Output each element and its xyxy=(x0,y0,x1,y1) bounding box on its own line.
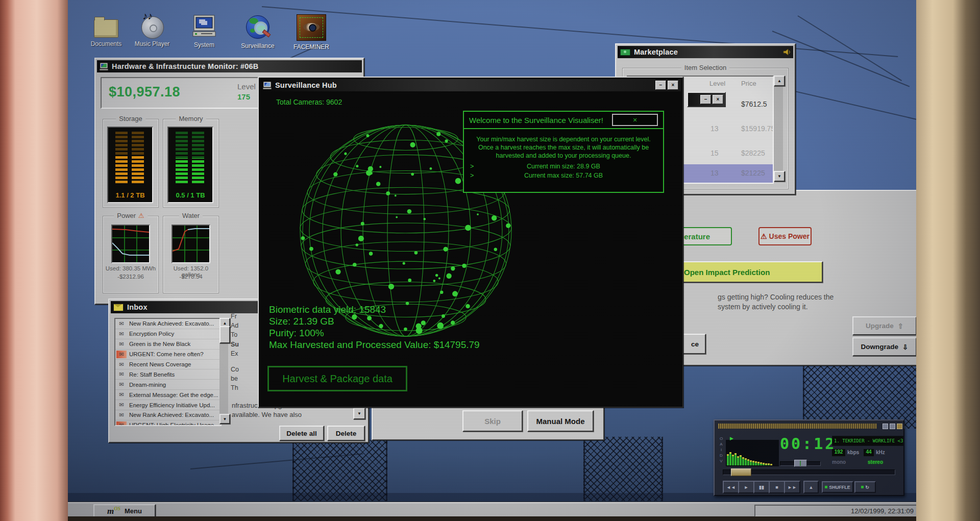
spectrum-bar xyxy=(747,459,749,465)
dropdown-button[interactable]: ▼ xyxy=(353,408,365,419)
chevron: > xyxy=(470,172,474,179)
pause-button[interactable]: ▮▮ xyxy=(753,481,770,493)
cooling-text-line: system by actively cooling it. xyxy=(718,303,808,311)
clutterbar[interactable]: O A I D V xyxy=(719,436,724,464)
play-button[interactable]: ► xyxy=(738,481,754,493)
desktop-icon-music-player[interactable]: ♪♪ Music Player xyxy=(129,14,175,47)
time-display[interactable]: 00:12 xyxy=(780,435,827,453)
inbox-message-row[interactable]: ✉Dream-mining xyxy=(115,380,220,390)
inbox-message-row[interactable]: ✉URGENT: High Electricity Usage xyxy=(115,420,220,426)
desktop-icon-documents[interactable]: Documents xyxy=(83,14,129,47)
spectrum-bar xyxy=(740,455,742,465)
repeat-button[interactable]: ↻ xyxy=(854,481,876,493)
close-button[interactable]: × xyxy=(668,81,678,90)
memory-value: 0.5 / 1 TB xyxy=(168,191,212,199)
minimize-button[interactable]: – xyxy=(700,95,711,104)
dialog-close-button[interactable]: ✕ xyxy=(612,114,658,126)
envelope-icon: ✉ xyxy=(116,391,127,399)
max-size-row: > Current max size: 57.74 GB xyxy=(464,172,663,179)
welcome-dialog: Welcome to the Surveillance Visualiser! … xyxy=(463,111,664,193)
taskbar-clock[interactable]: 12/02/1999, 22:31:09 xyxy=(754,505,922,517)
mono-indicator: mono xyxy=(832,459,846,465)
inbox-message-row[interactable]: ✉Encryption Policy xyxy=(115,329,220,339)
scroll-down-button[interactable]: ▼ xyxy=(774,171,785,182)
upgrade-button[interactable]: Upgrade⇧ xyxy=(852,316,917,335)
hardware-titlebar[interactable]: Hardware & Infrastructure Monitor: #06B xyxy=(97,60,362,72)
welcome-dialog-body: Your min/max harvest size is dependent o… xyxy=(464,135,663,160)
spectrum-bar xyxy=(727,454,729,465)
menu-button[interactable]: mOS Menu xyxy=(93,504,156,518)
message-body-line: available. We have also xyxy=(232,411,302,418)
storage-group: Storage 1.1 / 2 TB xyxy=(103,119,159,208)
level-label: Level xyxy=(237,82,256,91)
message-subject: Dream-mining xyxy=(129,382,166,388)
envelope-icon xyxy=(113,304,124,311)
stat-size: Size: 21.39 GB xyxy=(269,315,480,327)
stat-purity: Purity: 100% xyxy=(269,327,480,339)
inbox-message-row[interactable]: ✉External Message: Get the edge... xyxy=(115,390,220,400)
inbox-scrollbar[interactable]: ▲ ▼ xyxy=(219,318,228,424)
powerline-cable xyxy=(262,6,898,57)
inbox-message-row[interactable]: ✉URGENT: Come here often? xyxy=(115,350,220,360)
surveillance-title: Surveillance Hub xyxy=(275,81,337,89)
envelope-icon: ✉ xyxy=(116,370,127,378)
down-arrow-icon: ⇩ xyxy=(902,343,908,351)
desktop-icon-surveillance[interactable]: Surveillance xyxy=(235,14,281,49)
player-shade-button[interactable] xyxy=(890,424,895,429)
delete-all-button[interactable]: Delete all xyxy=(279,426,324,441)
close-button[interactable]: × xyxy=(713,95,723,104)
eject-button[interactable]: ▲ xyxy=(803,481,819,493)
player-titlebar-buttons xyxy=(877,424,904,429)
volume-thumb[interactable] xyxy=(794,460,807,467)
spectrum-bar xyxy=(755,461,757,465)
track-title[interactable]: 1. TEKRIDER - WORKLIFE <3:48> xyxy=(832,436,903,446)
harvest-package-button[interactable]: Harvest & Package data xyxy=(267,366,407,391)
power-label: Power xyxy=(117,212,136,219)
inbox-message-row[interactable]: ✉Energy Efficiency Initiative Upd... xyxy=(115,400,220,410)
message-subject: Encryption Policy xyxy=(129,331,174,337)
inbox-message-row[interactable]: ✉New Rank Achieved: Excavato... xyxy=(115,319,220,329)
stat-yield: Biometric data yield: 15843 xyxy=(269,304,480,315)
player-titlebar[interactable] xyxy=(718,424,900,429)
desktop-icon-system[interactable]: System xyxy=(181,14,227,48)
inbox-message-row[interactable]: ✉Green is the New Black xyxy=(115,339,220,350)
shuffle-indicator xyxy=(825,486,827,488)
speaker-icon[interactable] xyxy=(783,48,791,56)
monitor-bezel-bottom xyxy=(68,516,916,521)
power-used: Used: 380.35 MWh xyxy=(103,265,158,271)
marketplace-titlebar[interactable]: Marketplace xyxy=(618,46,793,58)
play-state-icon: ▶ xyxy=(730,436,733,441)
message-subject: Green is the New Black xyxy=(129,341,190,347)
spectrum-bar xyxy=(752,461,754,465)
scroll-up-button[interactable]: ▲ xyxy=(774,76,785,86)
envelope-icon: ✉ xyxy=(116,340,127,348)
downgrade-button[interactable]: Downgrade⇩ xyxy=(852,337,917,356)
spectrum-bar xyxy=(765,463,767,465)
prev-button[interactable]: ◄◄ xyxy=(723,481,739,493)
player-minimize-button[interactable] xyxy=(883,424,888,429)
crt-screen: Documents ♪♪ Music Player System xyxy=(0,0,980,521)
shuffle-button[interactable]: SHUFFLE xyxy=(822,481,853,493)
desktop-icon-faceminer[interactable]: FACEMINER xyxy=(288,14,334,51)
next-button[interactable]: ►► xyxy=(784,481,800,493)
player-close-button[interactable] xyxy=(897,424,902,429)
minimize-button[interactable]: – xyxy=(655,81,666,90)
delete-button[interactable]: Delete xyxy=(327,426,365,441)
water-cost: -$278.54 xyxy=(163,274,218,280)
water-group: Water Used: 1352.0 gallons -$278.54 xyxy=(163,216,219,293)
inbox-message-row[interactable]: ✉Recent News Coverage xyxy=(115,360,220,370)
spectrum-bar xyxy=(732,455,734,465)
seek-handle[interactable] xyxy=(731,468,751,476)
open-impact-prediction-button[interactable]: Open Impact Prediction xyxy=(659,261,823,283)
pylon-silhouette xyxy=(583,437,663,501)
pylon-silhouette xyxy=(803,357,923,429)
surveillance-titlebar[interactable]: Surveillance Hub – × xyxy=(260,79,681,91)
scroll-thumb[interactable] xyxy=(219,326,230,343)
market-scrollbar[interactable]: ▲ ▼ xyxy=(774,76,783,182)
skip-button[interactable]: Skip xyxy=(462,410,523,432)
inbox-message-row[interactable]: ✉Re: Staff Benefits xyxy=(115,369,220,380)
scroll-down-button[interactable]: ▼ xyxy=(219,414,230,424)
manual-mode-button[interactable]: Manual Mode xyxy=(527,410,594,432)
stop-button[interactable]: ■ xyxy=(769,481,785,493)
inbox-message-row[interactable]: ✉New Rank Achieved: Excavato... xyxy=(115,410,220,420)
